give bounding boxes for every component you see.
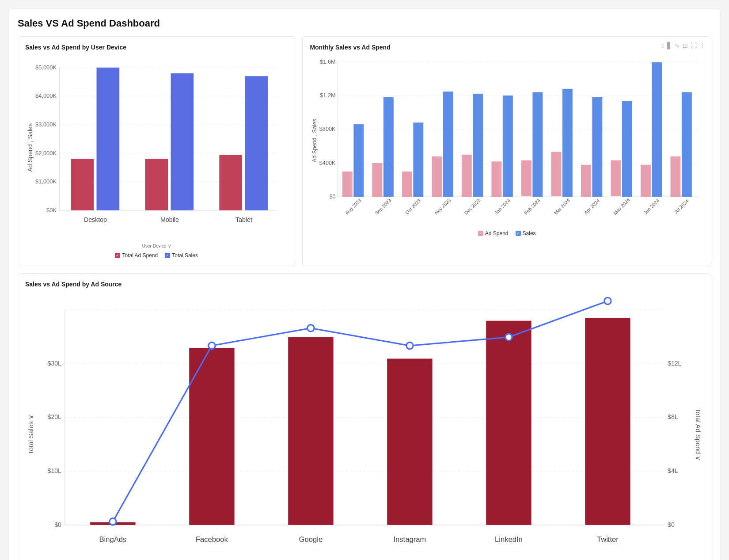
svg-text:$2,000K: $2,000K — [35, 150, 57, 156]
bar-chart-icon[interactable]: ▋ — [667, 42, 672, 49]
svg-text:$5,000K: $5,000K — [35, 64, 57, 71]
bar-linkedin-sales — [486, 320, 531, 525]
svg-rect-60 — [652, 62, 662, 197]
point-twitter — [604, 297, 611, 304]
chart2-legend: ✓ Ad Spend ✓ Sales — [310, 230, 704, 236]
svg-text:$1.2M: $1.2M — [320, 92, 336, 99]
svg-rect-44 — [492, 161, 502, 197]
more-icon[interactable]: ⋮ — [699, 42, 706, 49]
svg-rect-36 — [414, 122, 424, 197]
point-linkedin — [505, 334, 512, 340]
point-google — [308, 324, 314, 331]
chart3-area: Total Sales ∨ Total Ad Spend ∨ $0 $10L $… — [25, 293, 704, 560]
svg-rect-54 — [592, 97, 603, 197]
svg-text:Sep 2023: Sep 2023 — [374, 198, 392, 216]
bar-mobile-adspend — [145, 159, 168, 210]
bar-tablet-adspend — [219, 155, 242, 210]
expand-icon[interactable]: ⊡ — [683, 42, 688, 49]
legend-label-adspend: Total Ad Spend — [122, 252, 158, 259]
svg-text:May 2024: May 2024 — [612, 197, 631, 216]
bar-desktop-sales — [97, 68, 120, 210]
dashboard-title: Sales VS Ad Spend Dashboard — [18, 18, 711, 29]
svg-text:$3,000K: $3,000K — [35, 121, 57, 128]
legend-item-sales: ✓ Total Sales — [165, 252, 198, 259]
svg-rect-53 — [581, 165, 591, 197]
chart3-title: Sales vs Ad Spend by Ad Source — [25, 281, 704, 288]
svg-text:Facebook: Facebook — [196, 535, 228, 544]
line-adspend — [113, 301, 608, 521]
svg-rect-47 — [521, 160, 532, 197]
svg-text:$8L: $8L — [668, 413, 678, 420]
svg-text:Ad Spend , Sales: Ad Spend , Sales — [311, 119, 318, 162]
svg-text:Apr 2024: Apr 2024 — [583, 198, 601, 216]
top-row: Sales vs Ad Spend by User Device Ad Spen… — [18, 36, 711, 266]
svg-text:$0K: $0K — [46, 207, 57, 213]
svg-text:Feb 2024: Feb 2024 — [523, 198, 541, 216]
svg-rect-39 — [443, 91, 453, 197]
svg-text:Mobile: Mobile — [160, 216, 179, 223]
legend-checkbox-adspend: ✓ — [115, 253, 120, 258]
svg-rect-29 — [342, 171, 353, 197]
chart2-area: Ad Spend , Sales $0 $400K $800K $1.2M $1… — [310, 56, 704, 227]
bar-google-sales — [288, 337, 333, 525]
svg-text:Ad Spend , Sales: Ad Spend , Sales — [27, 123, 34, 172]
svg-text:Instagram: Instagram — [393, 535, 426, 544]
svg-rect-35 — [402, 171, 412, 197]
legend-item-adspend2: ✓ Ad Spend — [478, 230, 509, 236]
chart-panel-adsource: Sales vs Ad Spend by Ad Source Total Sal… — [18, 273, 711, 560]
svg-text:$12L: $12L — [668, 359, 681, 366]
legend-checkbox-sales2: ✓ — [516, 231, 521, 236]
svg-text:Total Sales ∨: Total Sales ∨ — [27, 414, 34, 454]
legend-item-adspend: ✓ Total Ad Spend — [115, 252, 158, 259]
line-chart-icon[interactable]: ∿ — [675, 42, 680, 49]
svg-rect-48 — [533, 92, 543, 197]
svg-rect-50 — [551, 152, 562, 197]
svg-rect-56 — [611, 160, 621, 197]
svg-text:Nov 2023: Nov 2023 — [434, 198, 452, 216]
svg-text:Mar 2024: Mar 2024 — [553, 198, 571, 216]
svg-text:$0: $0 — [54, 521, 61, 528]
sort-icon[interactable]: ↕ — [661, 42, 664, 49]
fullscreen-icon[interactable]: ⛶ — [691, 42, 697, 49]
svg-rect-32 — [372, 163, 383, 197]
chart1-svg: Ad Spend , Sales $0K $1,000K $2,000K $3,… — [25, 56, 288, 239]
svg-rect-42 — [473, 94, 483, 197]
svg-rect-45 — [503, 95, 513, 197]
point-instagram — [406, 342, 413, 349]
legend-checkbox-sales: ✓ — [165, 253, 170, 258]
svg-text:$4L: $4L — [668, 467, 678, 474]
svg-text:$1.6M: $1.6M — [320, 58, 336, 65]
svg-text:Aug 2023: Aug 2023 — [344, 198, 362, 216]
svg-text:Tablet: Tablet — [235, 216, 252, 223]
legend-checkbox-adspend2: ✓ — [478, 231, 483, 236]
svg-rect-51 — [562, 89, 573, 197]
svg-text:$0: $0 — [668, 521, 675, 528]
svg-rect-59 — [641, 165, 651, 197]
svg-rect-63 — [682, 92, 692, 197]
svg-text:$10L: $10L — [48, 467, 61, 474]
legend-item-sales2: ✓ Sales — [516, 230, 536, 236]
svg-text:$0: $0 — [330, 193, 336, 200]
chart1-title: Sales vs Ad Spend by User Device — [25, 44, 288, 51]
svg-text:$20L: $20L — [48, 413, 61, 420]
svg-text:Jun 2024: Jun 2024 — [643, 198, 661, 215]
dashboard: Sales VS Ad Spend Dashboard Sales vs Ad … — [9, 9, 720, 560]
svg-text:$400K: $400K — [319, 160, 336, 166]
svg-text:$30L: $30L — [48, 359, 61, 366]
svg-rect-57 — [622, 101, 632, 197]
point-facebook — [209, 342, 215, 349]
bar-instagram-sales — [387, 358, 432, 525]
chart3-svg: Total Sales ∨ Total Ad Spend ∨ $0 $10L $… — [25, 293, 704, 560]
svg-rect-41 — [462, 155, 472, 197]
chart1-legend: ✓ Total Ad Spend ✓ Total Sales — [25, 252, 288, 259]
svg-rect-62 — [671, 156, 681, 197]
svg-text:BingAds: BingAds — [99, 535, 126, 544]
svg-text:Google: Google — [299, 535, 323, 544]
chart2-svg: Ad Spend , Sales $0 $400K $800K $1.2M $1… — [310, 56, 704, 225]
legend-label-sales2: Sales — [523, 230, 536, 236]
svg-text:Total Ad Spend ∨: Total Ad Spend ∨ — [695, 408, 702, 461]
point-bingads — [110, 518, 116, 525]
svg-text:Dec 2023: Dec 2023 — [463, 198, 482, 216]
legend-label-sales: Total Sales — [172, 252, 198, 259]
bar-mobile-sales — [171, 73, 194, 210]
